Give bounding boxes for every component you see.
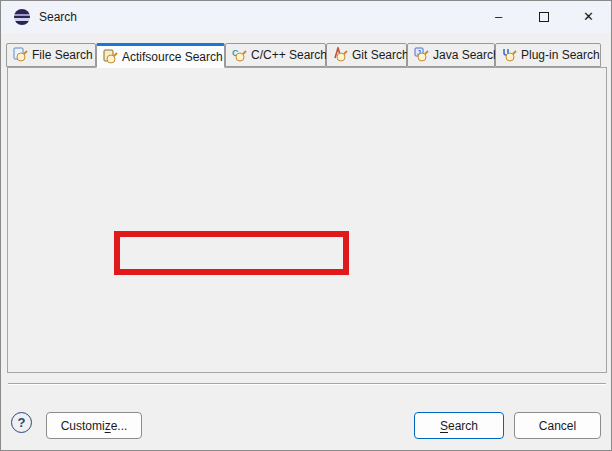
- maximize-icon: [539, 12, 549, 22]
- customize-button[interactable]: Customize...: [46, 412, 142, 439]
- tab-content-panel: [7, 67, 607, 373]
- footer-separator: [8, 383, 606, 385]
- git-search-icon: [332, 47, 348, 63]
- titlebar: Search – ✕: [1, 1, 611, 33]
- tab-plugin-search[interactable]: Plug-in Search: [495, 43, 601, 67]
- minimize-icon: –: [495, 9, 502, 24]
- search-dialog: Search – ✕ File Search Actifsource Searc…: [0, 0, 612, 451]
- plugin-search-icon: [501, 47, 517, 63]
- search-button[interactable]: Search: [414, 412, 504, 439]
- tab-label: File Search: [32, 48, 93, 62]
- close-icon: ✕: [583, 9, 594, 24]
- eclipse-logo-icon: [14, 9, 30, 25]
- tab-file-search[interactable]: File Search: [6, 43, 96, 67]
- tab-java-search[interactable]: J Java Search: [407, 43, 495, 67]
- cpp-search-icon: C: [231, 47, 247, 63]
- tab-label: Git Search: [352, 48, 409, 62]
- tab-git-search[interactable]: Git Search: [326, 43, 407, 67]
- close-button[interactable]: ✕: [566, 1, 611, 33]
- help-button[interactable]: ?: [11, 412, 32, 433]
- file-search-icon: [12, 47, 28, 63]
- tab-label: C/C++ Search: [251, 48, 327, 62]
- help-icon: ?: [18, 415, 26, 430]
- search-button-label: Search: [440, 419, 478, 433]
- cancel-button-label: Cancel: [539, 419, 576, 433]
- window-title: Search: [39, 1, 77, 33]
- cancel-button[interactable]: Cancel: [514, 412, 601, 439]
- maximize-button[interactable]: [521, 1, 566, 33]
- actifsource-search-icon: [102, 49, 118, 65]
- tab-actifsource-search[interactable]: Actifsource Search: [96, 43, 225, 68]
- tab-label: Actifsource Search: [122, 50, 223, 64]
- customize-button-label: Customize...: [61, 419, 128, 433]
- tab-label: Plug-in Search: [521, 48, 600, 62]
- tab-cpp-search[interactable]: C C/C++ Search: [225, 43, 326, 67]
- tab-label: Java Search: [433, 48, 500, 62]
- minimize-button[interactable]: –: [476, 1, 521, 33]
- java-search-icon: J: [413, 47, 429, 63]
